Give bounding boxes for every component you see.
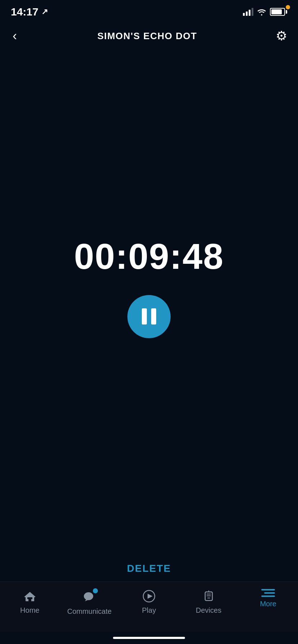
battery-body [270, 8, 285, 16]
page-title: SIMON'S ECHO DOT [97, 31, 197, 42]
tab-play-label: Play [142, 606, 156, 615]
tab-devices-label: Devices [196, 606, 221, 615]
tab-devices[interactable]: Devices [179, 585, 239, 615]
tab-bar: Home Communicate Play Devices [0, 581, 298, 632]
battery-fill [271, 9, 282, 14]
settings-button[interactable]: ⚙ [276, 28, 287, 43]
signal-bar-4 [252, 8, 253, 16]
signal-bar-2 [246, 12, 248, 16]
pause-bar-left [142, 308, 147, 325]
timer-display: 00:09:48 [74, 236, 224, 277]
tab-communicate-label: Communicate [67, 607, 112, 616]
svg-marker-9 [148, 594, 153, 599]
time-display: 14:17 [11, 6, 39, 18]
home-indicator [113, 637, 185, 639]
play-icon [142, 589, 156, 603]
tab-more[interactable]: More [238, 585, 298, 608]
tab-home[interactable]: Home [0, 585, 60, 615]
signal-bar-1 [243, 13, 245, 16]
tab-communicate[interactable]: Communicate [60, 585, 119, 616]
pause-icon [142, 308, 156, 325]
communicate-icon-wrapper [82, 589, 96, 604]
main-content: 00:09:48 [0, 50, 298, 552]
delete-section: DELETE [0, 552, 298, 581]
pause-button[interactable] [127, 295, 171, 338]
header: ‹ SIMON'S ECHO DOT ⚙ [0, 22, 298, 50]
svg-marker-4 [24, 592, 36, 597]
back-button[interactable]: ‹ [11, 28, 19, 44]
tab-home-label: Home [20, 606, 39, 615]
pause-bar-right [151, 308, 156, 325]
more-line-1 [261, 589, 275, 590]
delete-button[interactable]: DELETE [127, 563, 171, 574]
battery-tip [286, 10, 287, 14]
more-line-2 [264, 592, 275, 594]
status-bar: 14:17 ↗ [0, 0, 298, 22]
more-line-3 [261, 595, 275, 597]
tab-more-label: More [260, 600, 276, 608]
svg-point-6 [84, 592, 93, 600]
wifi-icon [257, 8, 266, 16]
battery-icon [270, 8, 287, 16]
chevron-left-icon: ‹ [13, 28, 17, 43]
more-icon [261, 589, 275, 597]
gear-icon: ⚙ [276, 28, 287, 43]
signal-strength-icon [243, 8, 253, 16]
location-arrow-icon: ↗ [41, 7, 48, 17]
communicate-badge [93, 588, 98, 593]
home-bar [0, 632, 298, 644]
devices-icon [202, 589, 216, 603]
svg-rect-5 [28, 599, 31, 601]
tab-play[interactable]: Play [119, 585, 179, 615]
orange-dot-indicator [286, 5, 290, 9]
status-time: 14:17 ↗ [11, 6, 48, 18]
status-icons [243, 8, 287, 16]
signal-bar-3 [249, 10, 250, 16]
home-icon [23, 589, 37, 603]
